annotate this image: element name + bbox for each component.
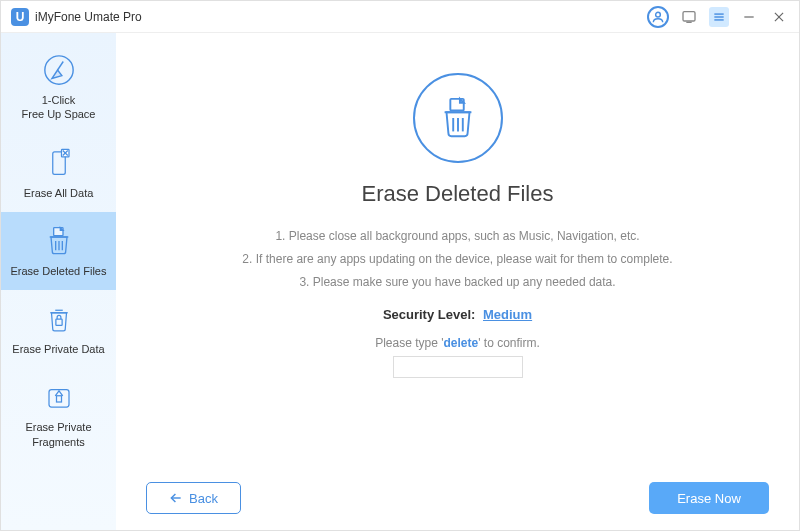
minimize-icon[interactable] [739, 7, 759, 27]
confirm-instruction: Please type 'delete' to confirm. [375, 336, 540, 350]
sidebar-item-label: Erase Private Data [12, 342, 104, 356]
sidebar-item-label: Erase PrivateFragments [25, 420, 91, 449]
svg-rect-22 [49, 390, 69, 408]
user-account-icon[interactable] [647, 6, 669, 28]
titlebar: U iMyFone Umate Pro [1, 1, 799, 33]
footer-bar: Back Erase Now [146, 468, 769, 514]
security-level-link[interactable]: Medium [483, 307, 532, 322]
confirm-suffix: ' to confirm. [478, 336, 540, 350]
instruction-line: 2. If there are any apps updating on the… [242, 248, 672, 271]
sidebar-item-erase-deleted[interactable]: Erase Deleted Files [1, 212, 116, 290]
sidebar-item-label: 1-ClickFree Up Space [22, 93, 96, 122]
confirm-input[interactable] [393, 356, 523, 378]
security-level-row: Security Level: Medium [383, 307, 532, 322]
erase-now-label: Erase Now [677, 491, 741, 506]
sidebar-item-free-up-space[interactable]: 1-ClickFree Up Space [1, 41, 116, 134]
broom-icon [40, 51, 78, 89]
svg-rect-1 [683, 11, 695, 20]
instructions-list: 1. Please close all background apps, suc… [242, 225, 672, 293]
feedback-icon[interactable] [679, 7, 699, 27]
svg-point-8 [44, 56, 72, 84]
sidebar: 1-ClickFree Up Space Erase All Data [1, 33, 116, 530]
content-area: Erase Deleted Files 1. Please close all … [146, 63, 769, 468]
trash-file-icon [40, 222, 78, 260]
menu-icon[interactable] [709, 7, 729, 27]
svg-rect-21 [55, 319, 61, 325]
confirm-prefix: Please type ' [375, 336, 443, 350]
sidebar-item-erase-fragments[interactable]: Erase PrivateFragments [1, 368, 116, 461]
sidebar-item-erase-all[interactable]: Erase All Data [1, 134, 116, 212]
close-icon[interactable] [769, 7, 789, 27]
app-body: 1-ClickFree Up Space Erase All Data [1, 33, 799, 530]
instruction-line: 1. Please close all background apps, suc… [242, 225, 672, 248]
back-arrow-icon [169, 491, 183, 505]
app-title: iMyFone Umate Pro [35, 10, 142, 24]
svg-rect-23 [56, 396, 61, 402]
sidebar-item-erase-private[interactable]: Erase Private Data [1, 290, 116, 368]
app-fragment-icon [40, 378, 78, 416]
app-logo-icon: U [11, 8, 29, 26]
instruction-line: 3. Please make sure you have backed up a… [242, 271, 672, 294]
trash-lock-icon [40, 300, 78, 338]
main-panel: Erase Deleted Files 1. Please close all … [116, 33, 799, 530]
security-level-label: Security Level: [383, 307, 476, 322]
back-button-label: Back [189, 491, 218, 506]
app-window: U iMyFone Umate Pro [0, 0, 800, 531]
svg-point-0 [656, 12, 661, 17]
erase-now-button[interactable]: Erase Now [649, 482, 769, 514]
svg-line-9 [57, 62, 63, 71]
sidebar-item-label: Erase All Data [24, 186, 94, 200]
back-button[interactable]: Back [146, 482, 241, 514]
sidebar-item-label: Erase Deleted Files [11, 264, 107, 278]
hero-trash-icon [413, 73, 503, 163]
phone-erase-icon [40, 144, 78, 182]
page-title: Erase Deleted Files [362, 181, 554, 207]
confirm-keyword: delete [444, 336, 479, 350]
